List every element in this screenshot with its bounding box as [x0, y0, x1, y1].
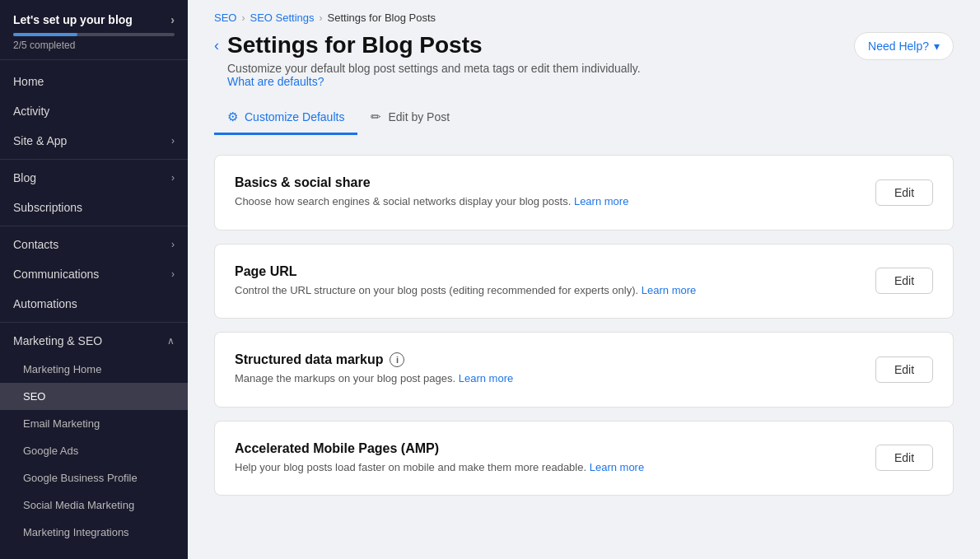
sidebar-label-site-app: Site & App [13, 134, 67, 147]
sidebar-sub-label-marketing-home: Marketing Home [23, 363, 101, 375]
page-header: ‹ Settings for Blog Posts Customize your… [188, 32, 980, 101]
page-header-text: Settings for Blog Posts Customize your d… [227, 32, 641, 88]
progress-text: 2/5 completed [13, 40, 175, 51]
sidebar-item-blog[interactable]: Blog › [0, 163, 188, 193]
sidebar-sub-label-google-business-profile: Google Business Profile [23, 472, 138, 484]
sidebar-sub-label-google-ads: Google Ads [23, 445, 78, 457]
card-amp-left: Accelerated Mobile Pages (AMP) Help your… [235, 441, 875, 476]
card-basics-title: Basics & social share [235, 175, 875, 190]
sidebar-sub-label-social-media-marketing: Social Media Marketing [23, 499, 134, 511]
divider-3 [0, 322, 188, 323]
chevron-down-icon: ▾ [934, 40, 940, 53]
progress-bar-bg [13, 33, 175, 36]
communications-chevron-icon: › [171, 268, 175, 280]
card-structured-data-desc: Manage the markups on your blog post pag… [235, 370, 875, 387]
main-content: SEO › SEO Settings › Settings for Blog P… [188, 0, 980, 559]
sidebar-sub-item-seo[interactable]: SEO [0, 383, 188, 410]
card-page-url-left: Page URL Control the URL structure on yo… [235, 264, 875, 299]
marketing-seo-chevron-icon: ∧ [167, 335, 175, 347]
pencil-icon: ✏ [371, 109, 381, 124]
structured-data-learn-more-link[interactable]: Learn more [459, 372, 513, 384]
sidebar-nav: Home Activity Site & App › Blog › Subscr… [0, 60, 188, 559]
card-structured-data: Structured data markup i Manage the mark… [214, 332, 954, 408]
breadcrumb-sep-1: › [241, 12, 245, 24]
breadcrumb: SEO › SEO Settings › Settings for Blog P… [188, 0, 980, 32]
breadcrumb-seo[interactable]: SEO [214, 12, 236, 24]
breadcrumb-current: Settings for Blog Posts [328, 12, 436, 24]
setup-chevron-icon: › [170, 13, 175, 26]
sidebar-label-blog: Blog [13, 171, 36, 184]
tab-customize-defaults-label: Customize Defaults [245, 110, 344, 123]
progress-bar-fill [13, 33, 77, 36]
blog-chevron-icon: › [171, 172, 175, 184]
sidebar-sub-item-marketing-home[interactable]: Marketing Home [0, 356, 188, 383]
sidebar-item-home[interactable]: Home [0, 67, 188, 96]
card-page-url: Page URL Control the URL structure on yo… [214, 244, 954, 319]
card-amp-title: Accelerated Mobile Pages (AMP) [235, 441, 875, 456]
card-page-url-title: Page URL [235, 264, 875, 279]
sidebar-item-communications[interactable]: Communications › [0, 259, 188, 289]
tab-customize-defaults[interactable]: ⚙ Customize Defaults [214, 101, 357, 135]
page-title: Settings for Blog Posts [227, 32, 641, 58]
sidebar-label-automations: Automations [13, 297, 77, 310]
sidebar-label-activity: Activity [13, 105, 49, 118]
basics-edit-button[interactable]: Edit [875, 179, 933, 206]
need-help-button[interactable]: Need Help? ▾ [854, 32, 954, 60]
sidebar-sub-label-marketing-integrations: Marketing Integrations [23, 526, 129, 538]
page-header-left: ‹ Settings for Blog Posts Customize your… [214, 32, 641, 88]
sidebar-top: Let's set up your blog › 2/5 completed [0, 0, 188, 60]
card-amp: Accelerated Mobile Pages (AMP) Help your… [214, 421, 954, 496]
structured-data-edit-button[interactable]: Edit [875, 356, 933, 383]
card-structured-data-title: Structured data markup i [235, 352, 875, 367]
card-structured-data-left: Structured data markup i Manage the mark… [235, 352, 875, 387]
page-url-edit-button[interactable]: Edit [875, 268, 933, 294]
sidebar-sub-label-email-marketing: Email Marketing [23, 417, 100, 430]
gear-icon: ⚙ [227, 109, 238, 124]
setup-title[interactable]: Let's set up your blog › [13, 13, 175, 26]
setup-title-text: Let's set up your blog [13, 13, 133, 26]
need-help-label: Need Help? [868, 40, 929, 53]
what-are-defaults-link[interactable]: What are defaults? [227, 75, 324, 88]
sidebar-item-subscriptions[interactable]: Subscriptions [0, 193, 188, 222]
amp-edit-button[interactable]: Edit [875, 445, 933, 471]
tab-edit-by-post[interactable]: ✏ Edit by Post [357, 101, 463, 135]
sidebar-item-activity[interactable]: Activity [0, 96, 188, 126]
contacts-chevron-icon: › [171, 239, 175, 250]
sidebar-sub-item-social-media-marketing[interactable]: Social Media Marketing [0, 491, 188, 519]
card-basics-desc: Choose how search engines & social netwo… [235, 193, 875, 210]
sidebar: Let's set up your blog › 2/5 completed H… [0, 0, 188, 559]
sidebar-item-site-app[interactable]: Site & App › [0, 126, 188, 156]
sidebar-label-subscriptions: Subscriptions [13, 201, 82, 214]
sidebar-label-communications: Communications [13, 268, 99, 281]
divider-1 [0, 159, 188, 160]
card-page-url-desc: Control the URL structure on your blog p… [235, 282, 875, 299]
amp-learn-more-link[interactable]: Learn more [590, 461, 644, 473]
basics-learn-more-link[interactable]: Learn more [574, 195, 628, 207]
breadcrumb-sep-2: › [320, 12, 323, 24]
tab-edit-by-post-label: Edit by Post [388, 110, 450, 123]
sidebar-sub-label-seo: SEO [23, 390, 45, 403]
sidebar-item-automations[interactable]: Automations [0, 289, 188, 319]
breadcrumb-seo-settings[interactable]: SEO Settings [250, 12, 314, 24]
info-icon[interactable]: i [390, 352, 404, 367]
page-subtitle-text: Customize your default blog post setting… [227, 62, 641, 75]
content-area: Basics & social share Choose how search … [188, 135, 980, 559]
sidebar-sub-item-marketing-integrations[interactable]: Marketing Integrations [0, 519, 188, 546]
sidebar-label-contacts: Contacts [13, 238, 58, 251]
divider-2 [0, 226, 188, 226]
site-app-chevron-icon: › [171, 135, 175, 147]
page-subtitle: Customize your default blog post setting… [227, 62, 641, 88]
sidebar-label-marketing-seo: Marketing & SEO [13, 334, 102, 347]
sidebar-label-home: Home [13, 75, 44, 88]
card-amp-desc: Help your blog posts load faster on mobi… [235, 459, 875, 476]
sidebar-item-contacts[interactable]: Contacts › [0, 230, 188, 259]
sidebar-sub-item-google-ads[interactable]: Google Ads [0, 437, 188, 464]
back-button[interactable]: ‹ [214, 37, 219, 54]
card-basics-left: Basics & social share Choose how search … [235, 175, 875, 210]
card-basics-social: Basics & social share Choose how search … [214, 155, 954, 231]
sidebar-sub-item-email-marketing[interactable]: Email Marketing [0, 410, 188, 437]
sidebar-sub-item-google-business-profile[interactable]: Google Business Profile [0, 464, 188, 491]
page-url-learn-more-link[interactable]: Learn more [642, 284, 696, 296]
tabs-container: ⚙ Customize Defaults ✏ Edit by Post [188, 101, 980, 135]
sidebar-item-marketing-seo[interactable]: Marketing & SEO ∧ [0, 326, 188, 356]
